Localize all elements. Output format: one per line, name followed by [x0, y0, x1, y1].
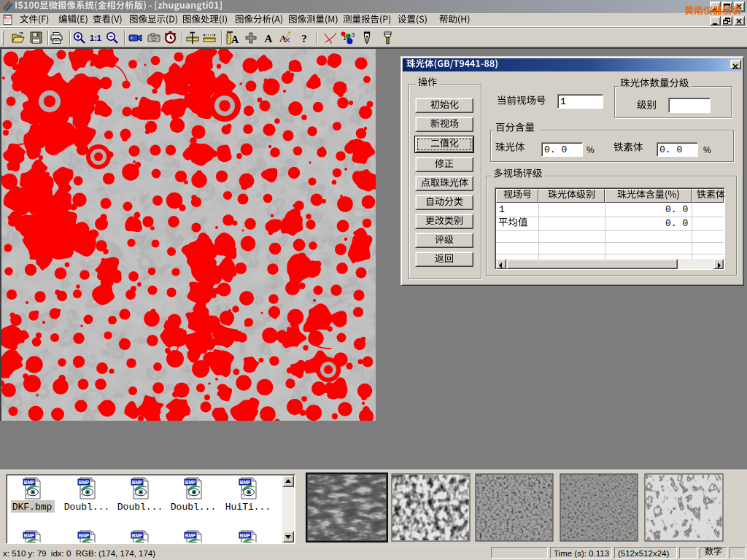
svg-text:BMP: BMP: [132, 533, 143, 538]
svg-text:?: ?: [301, 33, 307, 44]
svg-text:A: A: [265, 33, 273, 44]
svg-text:BMP: BMP: [24, 480, 35, 485]
svg-text:BMP: BMP: [185, 480, 196, 485]
svg-text:BMP: BMP: [79, 480, 90, 485]
svg-text:BMP: BMP: [79, 533, 90, 538]
svg-text:BMP: BMP: [24, 533, 35, 538]
svg-text:1:1: 1:1: [90, 34, 101, 42]
svg-text:BMP: BMP: [132, 480, 143, 485]
svg-text:BMP: BMP: [240, 480, 251, 485]
svg-text:A: A: [231, 34, 239, 45]
svg-text:3: 3: [352, 31, 355, 39]
svg-text:BMP: BMP: [185, 533, 196, 538]
svg-text:BMP: BMP: [240, 533, 251, 538]
